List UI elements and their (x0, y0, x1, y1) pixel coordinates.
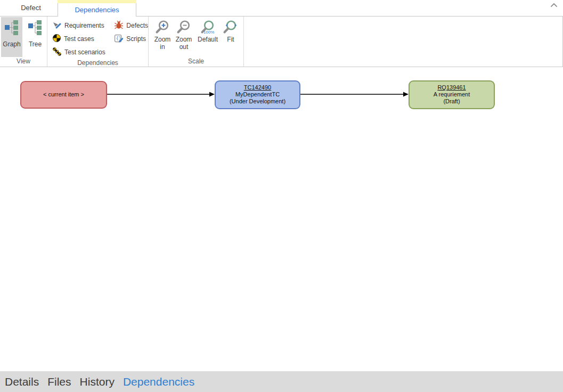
ribbon-group-view: Graph Tree View (0, 17, 47, 67)
test-scenarios-label: Test scenarios (64, 48, 105, 56)
tab-defect[interactable]: Defect (4, 0, 58, 16)
ribbon-tab-strip: Defect Dependencies (0, 0, 563, 17)
test-scenarios-button[interactable]: Test scenarios (53, 46, 107, 59)
scripts-label: Scripts (126, 35, 146, 43)
ribbon-group-scale: Zoom in Zoom out (149, 17, 244, 67)
graph-view-button[interactable]: Graph (1, 17, 22, 57)
zoom-out-button[interactable]: Zoom out (173, 19, 194, 58)
zoom-out-icon (176, 20, 192, 36)
chevron-up-icon (550, 1, 558, 11)
ribbon-empty-area (244, 17, 562, 67)
requirement-status: (Draft) (443, 98, 460, 105)
test-cases-button[interactable]: Test cases (53, 32, 107, 46)
dependency-edges (0, 67, 563, 372)
test-case-name: MyDependentTC (235, 91, 280, 98)
zoom-fit-icon (223, 20, 239, 36)
defects-label: Defects (126, 22, 148, 29)
scale-group-label: Scale (149, 58, 243, 67)
tree-view-button[interactable]: Tree (25, 17, 46, 57)
graph-view-icon (5, 20, 19, 38)
test-case-id-link[interactable]: TC142490 (244, 84, 271, 91)
tree-view-icon (28, 20, 42, 38)
app-window: Defect Dependencies (0, 0, 563, 392)
requirements-label: Requirements (64, 22, 104, 29)
zoom-percent-badge: 100% (203, 30, 214, 35)
zoom-in-label: Zoom in (152, 36, 173, 51)
dependency-graph-canvas: < current item > TC142490 MyDependentTC … (0, 67, 563, 371)
dependency-edge-2 (299, 92, 409, 97)
graph-node-current-item[interactable]: < current item > (20, 81, 107, 109)
footer-tab-details[interactable]: Details (5, 375, 39, 388)
current-item-label: < current item > (43, 91, 84, 98)
zoom-out-label: Zoom out (173, 36, 194, 51)
footer-tab-dependencies[interactable]: Dependencies (123, 375, 194, 388)
zoom-fit-label: Fit (227, 36, 234, 43)
zoom-fit-button[interactable]: Fit (221, 19, 240, 58)
requirement-name: A requriement (434, 91, 470, 98)
footer-tab-files[interactable]: Files (47, 375, 71, 388)
zoom-default-icon: 100% (200, 20, 216, 36)
zoom-default-label: Default (198, 36, 218, 43)
test-case-icon (53, 34, 61, 44)
tab-dependencies[interactable]: Dependencies (58, 0, 136, 17)
tree-view-label: Tree (29, 40, 42, 48)
ribbon: Graph Tree View (0, 17, 563, 67)
dependency-edge-1 (106, 92, 215, 97)
script-icon: {} (115, 34, 123, 44)
zoom-in-button[interactable]: Zoom in (152, 19, 173, 58)
requirement-icon (53, 21, 61, 31)
defects-button[interactable]: Defects (115, 19, 148, 32)
requirements-button[interactable]: Requirements (53, 19, 107, 32)
test-scenario-icon (53, 47, 61, 58)
footer-tab-history[interactable]: History (80, 375, 115, 388)
bug-icon (115, 21, 123, 31)
collapse-ribbon-button[interactable] (549, 2, 559, 10)
scripts-button[interactable]: {} Scripts (115, 32, 148, 46)
test-case-status: (Under Development) (230, 98, 285, 105)
view-group-label: View (0, 58, 47, 67)
graph-node-test-case[interactable]: TC142490 MyDependentTC (Under Developmen… (215, 80, 300, 109)
graph-view-label: Graph (3, 40, 20, 48)
zoom-in-icon (154, 20, 170, 36)
graph-node-requirement[interactable]: RQ139461 A requriement (Draft) (409, 80, 495, 109)
test-cases-label: Test cases (64, 35, 94, 43)
zoom-default-button[interactable]: 100% Default (194, 19, 221, 58)
bottom-tab-bar: Details Files History Dependencies (0, 371, 563, 392)
ribbon-group-dependencies: Requirements Test cases (47, 17, 149, 67)
tab-dependencies-label: Dependencies (58, 3, 136, 17)
requirement-id-link[interactable]: RQ139461 (437, 84, 466, 91)
